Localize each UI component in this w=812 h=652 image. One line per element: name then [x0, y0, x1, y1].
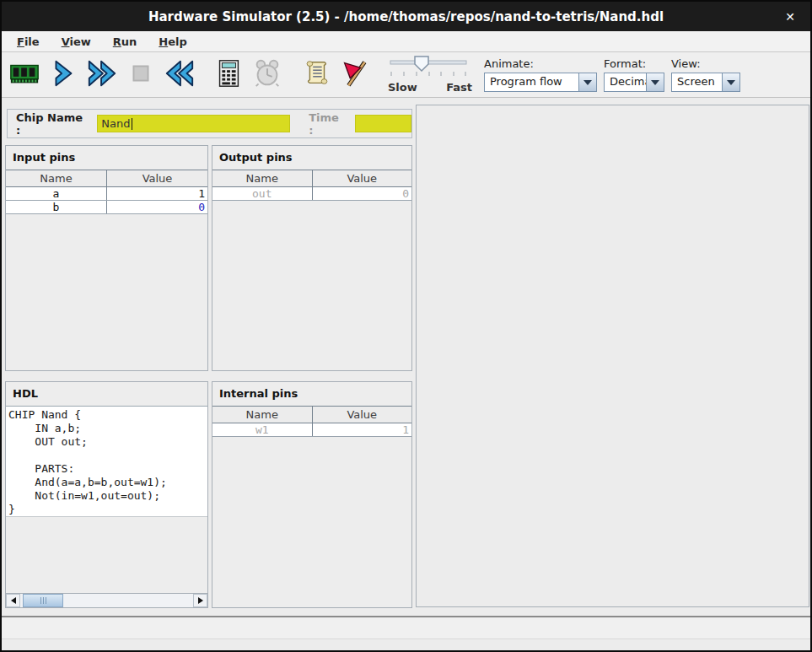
hdl-panel: HDL CHIP Nand { IN a,b; OUT out; PARTS: …: [5, 381, 208, 608]
chevron-down-icon: [583, 80, 592, 85]
eval-button[interactable]: [209, 56, 247, 94]
output-pins-table: Name Value out 0: [212, 170, 411, 201]
load-chip-icon: [8, 57, 40, 93]
menu-bar: File View Run Help: [2, 31, 810, 52]
format-group: Format: Decimal: [604, 57, 664, 92]
table-header-row: Name Value: [212, 407, 411, 423]
pin-name: w1: [212, 423, 312, 437]
table-header-row: Name Value: [6, 170, 207, 187]
chip-name-bar: Chip Name : Nand Time :: [7, 109, 412, 138]
input-pins-title: Input pins: [6, 146, 207, 170]
menu-view[interactable]: View: [53, 33, 99, 51]
format-label: Format:: [604, 57, 664, 70]
hardware-simulator-window: Hardware Simulator (2.5) - /home/thomas/…: [0, 0, 812, 652]
animate-value: Program flow: [485, 73, 578, 91]
toolbar: Slow Fast Animate: Program flow Format: …: [2, 52, 810, 98]
menu-help[interactable]: Help: [150, 33, 195, 51]
format-select[interactable]: Decimal: [604, 73, 664, 92]
breakpoint-flag-icon: [339, 57, 371, 93]
main-content: Chip Name : Nand Time : Input pins Name …: [2, 98, 810, 616]
input-pins-panel: Input pins Name Value a 1 b 0: [5, 145, 208, 371]
title-bar[interactable]: Hardware Simulator (2.5) - /home/thomas/…: [2, 2, 810, 31]
view-label: View:: [671, 57, 740, 70]
reset-icon: [164, 57, 196, 93]
stop-icon: [125, 57, 157, 93]
status-bar: [2, 616, 810, 639]
format-dropdown-button[interactable]: [646, 73, 664, 91]
animate-group: Animate: Program flow: [484, 57, 597, 92]
table-row: w1 1: [212, 423, 411, 437]
view-dropdown-button[interactable]: [722, 73, 739, 91]
hdl-code[interactable]: CHIP Nand { IN a,b; OUT out; PARTS: And(…: [6, 406, 207, 517]
clock-button[interactable]: [248, 56, 286, 94]
speed-slider[interactable]: Slow Fast: [388, 55, 472, 95]
pin-name: b: [6, 201, 107, 214]
column-header-name[interactable]: Name: [6, 170, 107, 187]
chip-name-label: Chip Name :: [16, 111, 90, 137]
time-label: Time :: [309, 111, 347, 137]
menu-file[interactable]: File: [8, 33, 48, 51]
chip-name-value: Nand: [101, 117, 130, 130]
text-caret: [132, 118, 132, 130]
chevron-down-icon: [727, 80, 735, 85]
time-field: [355, 115, 411, 132]
grip-line: [43, 597, 44, 604]
script-icon: [300, 57, 332, 93]
menu-run[interactable]: Run: [105, 33, 146, 51]
run-icon: [86, 57, 118, 93]
window-title: Hardware Simulator (2.5) - /home/thomas/…: [148, 9, 664, 24]
input-pins-table: Name Value a 1 b 0: [6, 170, 207, 214]
animate-label: Animate:: [484, 57, 597, 70]
script-button[interactable]: [297, 56, 335, 94]
column-header-value[interactable]: Value: [312, 407, 411, 423]
scroll-right-button[interactable]: [193, 594, 207, 607]
animate-select[interactable]: Program flow: [484, 73, 597, 92]
scrollbar-track[interactable]: [20, 594, 193, 607]
scrollbar-thumb[interactable]: [23, 594, 63, 607]
column-header-name[interactable]: Name: [212, 170, 312, 187]
single-step-button[interactable]: [44, 56, 82, 94]
load-chip-button[interactable]: [5, 56, 43, 94]
slider-fast-label: Fast: [446, 81, 472, 94]
slider-slow-label: Slow: [388, 81, 417, 94]
internal-pins-title: Internal pins: [212, 382, 411, 406]
column-header-value[interactable]: Value: [312, 170, 411, 187]
format-value: Decimal: [605, 73, 646, 91]
output-pins-panel: Output pins Name Value out 0: [212, 145, 412, 371]
pin-name: a: [6, 187, 107, 201]
view-select[interactable]: Screen: [671, 73, 740, 92]
stop-button[interactable]: [121, 56, 159, 94]
internal-pins-table: Name Value w1 1: [212, 406, 411, 437]
pin-value[interactable]: 1: [107, 187, 208, 201]
view-group: View: Screen: [671, 57, 740, 92]
column-header-name[interactable]: Name: [212, 407, 312, 423]
chip-name-input[interactable]: Nand: [97, 115, 290, 132]
calculator-eval-icon: [212, 57, 245, 93]
breakpoints-button[interactable]: [336, 56, 374, 94]
grip-line: [46, 597, 46, 604]
close-icon[interactable]: ✕: [782, 8, 799, 25]
triangle-right-icon: [198, 597, 203, 604]
single-step-icon: [47, 57, 79, 93]
grip-line: [40, 597, 41, 604]
chevron-down-icon: [651, 80, 659, 85]
view-value: Screen: [672, 73, 722, 91]
column-header-value[interactable]: Value: [107, 170, 208, 187]
pin-value: 0: [312, 187, 411, 201]
run-button[interactable]: [83, 56, 121, 94]
pin-name: out: [212, 187, 312, 201]
scroll-left-button[interactable]: [6, 594, 20, 607]
clock-icon: [251, 57, 283, 93]
animate-dropdown-button[interactable]: [578, 73, 596, 91]
chip-view-panel: [416, 105, 809, 607]
bottom-strip: [2, 640, 810, 650]
table-row: b 0: [6, 201, 207, 214]
output-pins-title: Output pins: [212, 146, 411, 170]
pin-value[interactable]: 0: [107, 201, 208, 214]
internal-pins-panel: Internal pins Name Value w1 1: [212, 381, 412, 608]
pin-value: 1: [312, 423, 411, 437]
hdl-horizontal-scrollbar[interactable]: [6, 593, 207, 607]
table-row: a 1: [6, 187, 207, 201]
reset-button[interactable]: [160, 56, 198, 94]
table-header-row: Name Value: [212, 170, 411, 187]
